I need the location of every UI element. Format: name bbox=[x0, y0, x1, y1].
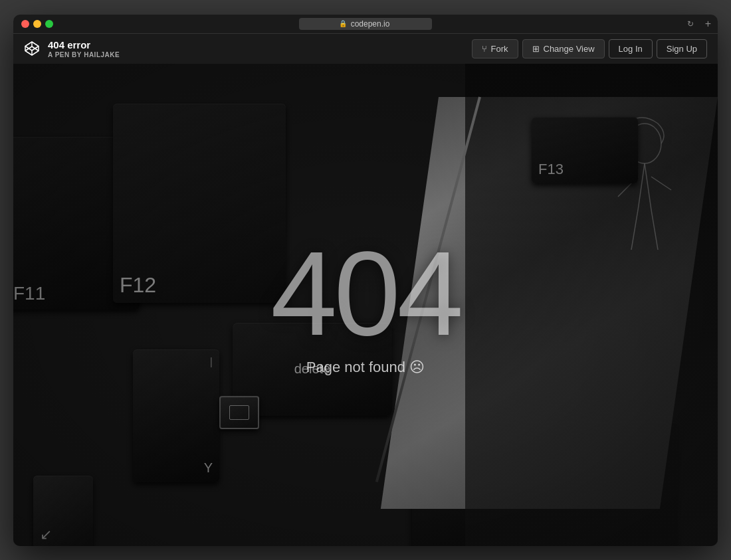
pen-info: 404 error A PEN BY Hailjake bbox=[48, 39, 464, 58]
mac-window: 🔒 codepen.io ↻ + 404 error A PEN BY Hail… bbox=[13, 15, 718, 546]
svg-line-12 bbox=[631, 210, 638, 250]
new-tab-button[interactable]: + bbox=[705, 19, 711, 29]
svg-line-11 bbox=[651, 177, 671, 190]
svg-line-13 bbox=[651, 210, 658, 250]
grid-icon: ⊞ bbox=[532, 44, 540, 54]
signup-button[interactable]: Sign Up bbox=[657, 39, 707, 58]
key-small-rect bbox=[219, 396, 259, 429]
svg-line-8 bbox=[638, 163, 645, 210]
fullscreen-button[interactable] bbox=[45, 20, 53, 28]
key-bottom-left: ↙ bbox=[33, 476, 93, 546]
minimize-button[interactable] bbox=[33, 20, 41, 28]
lock-icon: 🔒 bbox=[339, 20, 347, 27]
keyboard-background: F11 F12 delete | Y ↙ ↙ bbox=[13, 64, 718, 546]
title-bar: 🔒 codepen.io ↻ + bbox=[13, 15, 718, 33]
codepen-toolbar: 404 error A PEN BY Hailjake ⑂ Fork ⊞ Cha… bbox=[13, 33, 718, 64]
pen-author: A PEN BY Hailjake bbox=[48, 51, 464, 58]
key-y: | Y bbox=[133, 349, 219, 482]
svg-line-9 bbox=[645, 163, 651, 210]
fork-button[interactable]: ⑂ Fork bbox=[472, 39, 518, 58]
key-f12: F12 bbox=[113, 104, 286, 303]
refresh-button[interactable]: ↻ bbox=[687, 19, 694, 29]
toolbar-buttons: ⑂ Fork ⊞ Change View Log In Sign Up bbox=[472, 39, 708, 58]
url-text: codepen.io bbox=[351, 19, 390, 29]
change-view-button[interactable]: ⊞ Change View bbox=[522, 39, 605, 58]
pen-title: 404 error bbox=[48, 39, 464, 51]
key-f13-partial: F13 bbox=[532, 117, 638, 183]
address-bar[interactable]: 🔒 codepen.io bbox=[299, 18, 432, 30]
traffic-lights bbox=[21, 20, 53, 28]
codepen-logo bbox=[24, 41, 40, 56]
close-button[interactable] bbox=[21, 20, 29, 28]
main-content: F11 F12 delete | Y ↙ ↙ bbox=[13, 64, 718, 546]
login-button[interactable]: Log In bbox=[609, 39, 653, 58]
fork-icon: ⑂ bbox=[482, 44, 487, 54]
